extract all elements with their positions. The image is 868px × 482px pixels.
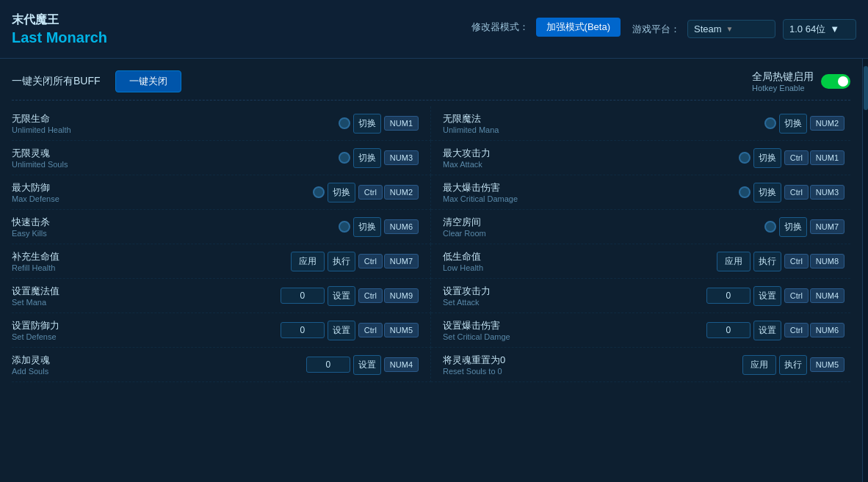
cheat-row-unlimited-mana: 无限魔法Unlimited Mana切换NUM2 [431,106,850,141]
toggle-btn-max-defense[interactable]: 切换 [328,183,355,202]
toggle-btn-max-critical[interactable]: 切换 [753,183,781,202]
header-right: 修改器模式： 加强模式(Beta) 游戏平台： Steam ▼ 1.0 64位 … [471,18,856,41]
key-group-max-attack: CtrlNUM1 [784,150,845,165]
key-badge: NUM4 [810,288,845,303]
cheat-name-en-low-health: Low Health [443,263,711,272]
set-btn-set-defense[interactable]: 设置 [328,321,355,340]
toggle-btn-max-attack[interactable]: 切换 [753,148,781,168]
key-badge: Ctrl [358,254,383,269]
cheat-name-cn-set-attack: 设置攻击力 [443,285,701,298]
cheat-name-set-mana: 设置魔法值Set Mana [12,285,275,307]
exec-btn-reset-souls[interactable]: 执行 [779,355,807,375]
platform-row: 游戏平台： Steam ▼ 1.0 64位 ▼ [632,19,856,40]
hotkey-toggle[interactable] [821,74,850,89]
key-group-set-defense: CtrlNUM5 [358,323,419,337]
key-group-max-defense: CtrlNUM2 [358,185,419,200]
set-btn-set-attack[interactable]: 设置 [753,286,781,306]
one-key-button[interactable]: 一键关闭 [115,70,181,92]
cheat-name-cn-set-critical: 设置爆击伤害 [443,319,701,332]
cheat-name-max-critical: 最大爆击伤害Max Critical Damage [443,181,733,203]
key-group-easy-kills: NUM6 [384,219,419,234]
cheat-row-max-defense: 最大防御Max Defense切换CtrlNUM2 [12,175,431,210]
cheat-row-set-mana: 设置魔法值Set Mana设置CtrlNUM9 [12,279,431,313]
key-badge: NUM1 [810,150,845,165]
cheat-name-en-unlimited-mana: Unlimited Mana [443,125,759,134]
apply-btn-reset-souls[interactable]: 应用 [742,355,776,375]
toggle-btn-clear-room[interactable]: 切换 [779,217,807,237]
toggle-dot-clear-room[interactable] [764,221,776,233]
cheat-name-add-souls: 添加灵魂Add Souls [12,354,300,376]
mode-button[interactable]: 加强模式(Beta) [536,18,621,37]
key-badge: NUM4 [384,357,419,372]
mode-row: 修改器模式： 加强模式(Beta) [471,18,621,37]
toggle-btn-unlimited-mana[interactable]: 切换 [779,114,807,134]
apply-btn-refill-health[interactable]: 应用 [291,252,325,271]
toggle-btn-unlimited-health[interactable]: 切换 [353,114,381,134]
platform-select[interactable]: Steam ▼ [687,20,775,38]
cheat-name-cn-set-mana: 设置魔法值 [12,285,275,298]
key-badge: NUM9 [384,288,419,303]
key-group-set-mana: CtrlNUM9 [358,288,419,303]
hotkey-label: 全局热键启用 Hotkey Enable [752,70,814,92]
cheat-name-cn-max-critical: 最大爆击伤害 [443,181,733,194]
toggle-dot-max-critical[interactable] [739,186,751,198]
toggle-dot-max-attack[interactable] [739,152,751,164]
cheat-row-set-critical: 设置爆击伤害Set Critical Damge设置CtrlNUM6 [431,313,850,348]
version-select[interactable]: 1.0 64位 ▼ [783,19,856,40]
apply-btn-low-health[interactable]: 应用 [717,252,751,271]
value-input-set-critical[interactable] [706,322,751,338]
toggle-btn-unlimited-souls[interactable]: 切换 [353,148,381,168]
toggle-dot-easy-kills[interactable] [339,221,350,233]
toggle-dot-max-defense[interactable] [313,186,325,198]
toggle-dot-unlimited-health[interactable] [339,117,350,129]
scrollbar-thumb[interactable] [864,66,868,110]
cheat-name-en-set-attack: Set Attack [443,298,701,307]
cheat-name-en-clear-room: Clear Room [443,229,759,238]
cheat-name-clear-room: 清空房间Clear Room [443,216,759,238]
value-input-set-mana[interactable] [281,288,325,304]
game-title-cn: 末代魔王 [12,12,107,28]
cheat-name-cn-unlimited-souls: 无限灵魂 [12,147,333,160]
cheat-actions-set-attack: 设置CtrlNUM4 [706,286,845,306]
cheat-name-max-defense: 最大防御Max Defense [12,181,307,203]
cheat-actions-refill-health: 应用执行CtrlNUM7 [291,252,419,271]
cheat-name-en-unlimited-souls: Unlimited Souls [12,160,333,169]
exec-btn-low-health[interactable]: 执行 [753,252,781,271]
cheat-name-cn-unlimited-mana: 无限魔法 [443,112,759,125]
toggle-btn-easy-kills[interactable]: 切换 [353,217,381,237]
platform-label: 游戏平台： [632,23,680,36]
cheat-row-set-attack: 设置攻击力Set Attack设置CtrlNUM4 [431,279,850,313]
main-content: 一键关闭所有BUFF 一键关闭 全局热键启用 Hotkey Enable 无限生… [0,59,868,482]
exec-btn-refill-health[interactable]: 执行 [328,252,355,271]
value-input-add-souls[interactable] [306,357,350,373]
cheat-name-en-max-defense: Max Defense [12,194,307,203]
cheat-actions-easy-kills: 切换NUM6 [339,217,419,237]
cheat-panel: 一键关闭所有BUFF 一键关闭 全局热键启用 Hotkey Enable 无限生… [0,59,862,482]
cheat-row-easy-kills: 快速击杀Easy Kills切换NUM6 [12,210,431,244]
key-badge: Ctrl [784,150,809,165]
toggle-dot-unlimited-souls[interactable] [339,152,350,164]
cheat-name-cn-max-attack: 最大攻击力 [443,147,733,160]
cheat-name-low-health: 低生命值Low Health [443,250,711,272]
value-input-set-defense[interactable] [281,322,325,338]
cheat-row-reset-souls: 将灵魂重置为0Reset Souls to 0应用执行NUM5 [431,348,850,382]
cheat-name-cn-refill-health: 补充生命值 [12,250,285,263]
cheat-row-low-health: 低生命值Low Health应用执行CtrlNUM8 [431,244,850,279]
platform-arrow-icon: ▼ [726,25,734,33]
cheat-name-cn-low-health: 低生命值 [443,250,711,263]
key-badge: NUM7 [810,219,845,234]
value-input-set-attack[interactable] [706,288,751,304]
cheat-name-easy-kills: 快速击杀Easy Kills [12,216,333,238]
toggle-dot-unlimited-mana[interactable] [764,117,776,129]
key-group-add-souls: NUM4 [384,357,419,372]
set-btn-set-mana[interactable]: 设置 [328,286,355,306]
cheat-actions-set-critical: 设置CtrlNUM6 [706,321,845,340]
key-badge: NUM1 [384,116,419,131]
header: 末代魔王 Last Monarch 修改器模式： 加强模式(Beta) 游戏平台… [0,0,868,59]
key-badge: NUM5 [384,323,419,337]
key-group-unlimited-mana: NUM2 [810,116,845,131]
version-arrow-icon: ▼ [830,23,839,34]
set-btn-set-critical[interactable]: 设置 [753,321,781,340]
cheat-name-set-defense: 设置防御力Set Defense [12,319,275,341]
set-btn-add-souls[interactable]: 设置 [353,355,381,375]
